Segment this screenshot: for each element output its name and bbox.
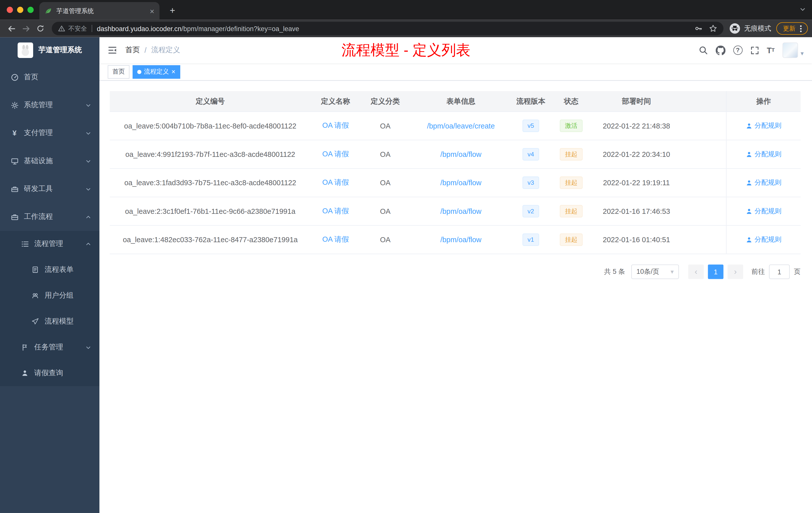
tab-search-icon[interactable] xyxy=(800,6,806,12)
col-header: 部署时间 xyxy=(592,91,681,111)
user-menu[interactable]: ▾ xyxy=(782,42,804,58)
back-button[interactable] xyxy=(4,21,19,36)
sidebar-item-workflow[interactable]: 工作流程 xyxy=(0,203,99,231)
gear-icon xyxy=(10,101,19,109)
new-tab-button[interactable]: + xyxy=(166,3,179,17)
browser-menu-icon[interactable] xyxy=(800,28,802,29)
window-close-button[interactable] xyxy=(7,7,13,13)
definition-name-link[interactable]: OA 请假 xyxy=(322,178,349,187)
sidebar-item-home[interactable]: 首页 xyxy=(0,63,99,91)
version-tag[interactable]: v5 xyxy=(522,119,539,132)
table-row: oa_leave:2:3c1f0ef1-76b1-11ec-9c66-a2380… xyxy=(110,197,801,225)
update-label: 更新 xyxy=(783,24,796,33)
incognito-badge: 无痕模式 xyxy=(730,23,771,34)
version-tag[interactable]: v4 xyxy=(522,148,539,161)
page-number-button[interactable]: 1 xyxy=(708,265,723,279)
definition-name-link[interactable]: OA 请假 xyxy=(322,150,349,159)
definition-name-link[interactable]: OA 请假 xyxy=(322,235,349,244)
sidebar-item-infrastructure[interactable]: 基础设施 xyxy=(0,147,99,175)
security-label[interactable]: 不安全 xyxy=(68,24,87,33)
form-link[interactable]: /bpm/oa/flow xyxy=(440,235,482,244)
sidebar-item-system[interactable]: 系统管理 xyxy=(0,91,99,119)
breadcrumb-home[interactable]: 首页 xyxy=(125,46,140,55)
person-icon xyxy=(21,370,29,377)
browser-update-button[interactable]: 更新 xyxy=(776,22,808,35)
cell-deploy-time: 2022-01-22 19:19:11 xyxy=(592,169,681,197)
url-path: /bpm/manager/definition?key=oa_leave xyxy=(181,25,299,32)
status-badge[interactable]: 挂起 xyxy=(560,205,583,218)
pagination: 共 5 条 10条/页 ▾ ‹ 1 › 前往 页 xyxy=(110,265,801,279)
font-size-icon[interactable]: TT xyxy=(767,47,775,54)
sidebar-item-process-management[interactable]: 流程管理 xyxy=(0,231,99,257)
window-zoom-button[interactable] xyxy=(27,7,34,13)
assign-rule-button[interactable]: 分配规则 xyxy=(746,178,781,187)
tag-process-definition[interactable]: 流程定义 × xyxy=(133,65,180,79)
status-badge[interactable]: 激活 xyxy=(560,119,583,132)
breadcrumb-current: 流程定义 xyxy=(151,46,180,55)
status-badge[interactable]: 挂起 xyxy=(560,148,583,161)
window-minimize-button[interactable] xyxy=(17,7,23,13)
cell-deploy-time: 2022-01-16 17:46:53 xyxy=(592,197,681,225)
search-icon[interactable] xyxy=(698,46,708,55)
page-content: 定义编号 定义名称 定义分类 表单信息 流程版本 状态 部署时间 操作 oa_l… xyxy=(99,81,812,513)
breadcrumb: 首页 / 流程定义 xyxy=(125,46,180,55)
browser-tab[interactable]: 芋道管理系统 × xyxy=(39,2,160,20)
assign-rule-button[interactable]: 分配规则 xyxy=(746,207,781,216)
col-header: 表单信息 xyxy=(410,91,512,111)
sidebar-item-process-form[interactable]: 流程表单 xyxy=(0,257,99,282)
tag-close-icon[interactable]: × xyxy=(172,68,175,76)
sidebar-item-process-model[interactable]: 流程模型 xyxy=(0,308,99,334)
document-icon xyxy=(31,266,39,273)
version-tag[interactable]: v2 xyxy=(522,205,539,218)
sidebar-item-leave-query[interactable]: 请假查询 xyxy=(0,360,99,386)
security-warning-icon[interactable] xyxy=(58,25,65,32)
col-header: 操作 xyxy=(726,91,801,111)
app-logo: 芋道管理系统 xyxy=(0,37,99,63)
bookmark-star-icon[interactable] xyxy=(709,24,717,33)
prev-page-button[interactable]: ‹ xyxy=(688,265,704,279)
sidebar-item-task-management[interactable]: 任务管理 xyxy=(0,334,99,360)
definition-name-link[interactable]: OA 请假 xyxy=(322,121,349,130)
help-icon[interactable]: ? xyxy=(733,46,743,55)
form-link[interactable]: /bpm/oa/flow xyxy=(440,207,482,215)
chevron-down-icon xyxy=(85,130,91,136)
sidebar-collapse-icon[interactable] xyxy=(108,46,117,55)
table-header-row: 定义编号 定义名称 定义分类 表单信息 流程版本 状态 部署时间 操作 xyxy=(110,91,801,112)
next-page-button[interactable]: › xyxy=(728,265,743,279)
form-link[interactable]: /bpm/oa/flow xyxy=(440,150,482,158)
cell-deploy-time: 2022-01-22 20:34:10 xyxy=(592,140,681,168)
sidebar-item-user-group[interactable]: 用户分组 xyxy=(0,282,99,308)
version-tag[interactable]: v1 xyxy=(522,233,539,246)
reload-button[interactable] xyxy=(33,21,48,36)
form-link[interactable]: /bpm/oa/flow xyxy=(440,179,482,187)
form-link[interactable]: /bpm/oa/leave/create xyxy=(427,122,495,130)
page-goto-input[interactable] xyxy=(769,265,790,279)
tags-view-bar: 首页 流程定义 × xyxy=(99,63,812,81)
assign-rule-button[interactable]: 分配规则 xyxy=(746,235,781,244)
assign-rule-button[interactable]: 分配规则 xyxy=(746,121,781,130)
tab-close-icon[interactable]: × xyxy=(150,6,154,15)
monitor-icon xyxy=(10,157,19,165)
sidebar-item-payment[interactable]: ¥ 支付管理 xyxy=(0,119,99,147)
version-tag[interactable]: v3 xyxy=(522,176,539,189)
avatar[interactable] xyxy=(782,42,798,58)
chevron-down-icon xyxy=(85,158,91,164)
list-icon xyxy=(21,240,29,248)
page-size-select[interactable]: 10条/页 ▾ xyxy=(631,265,679,279)
tag-home[interactable]: 首页 xyxy=(108,65,129,79)
definition-name-link[interactable]: OA 请假 xyxy=(322,207,349,216)
forward-button[interactable] xyxy=(19,21,33,36)
cell-definition-id: oa_leave:4:991f2193-7b7f-11ec-a3c8-acde4… xyxy=(110,140,311,168)
password-key-icon[interactable] xyxy=(695,24,703,33)
sidebar-item-devtools[interactable]: 研发工具 xyxy=(0,175,99,203)
address-bar[interactable]: 不安全 dashboard.yudao.iocoder.cn /bpm/mana… xyxy=(52,22,723,35)
page-title: 流程模型 - 定义列表 xyxy=(342,40,470,60)
github-icon[interactable] xyxy=(716,45,725,55)
fullscreen-icon[interactable] xyxy=(750,46,759,55)
cell-category: OA xyxy=(360,169,410,197)
status-badge[interactable]: 挂起 xyxy=(560,233,583,246)
app-title: 芋道管理系统 xyxy=(38,46,82,55)
status-badge[interactable]: 挂起 xyxy=(560,176,583,189)
tab-title: 芋道管理系统 xyxy=(57,6,147,15)
assign-rule-button[interactable]: 分配规则 xyxy=(746,150,781,159)
